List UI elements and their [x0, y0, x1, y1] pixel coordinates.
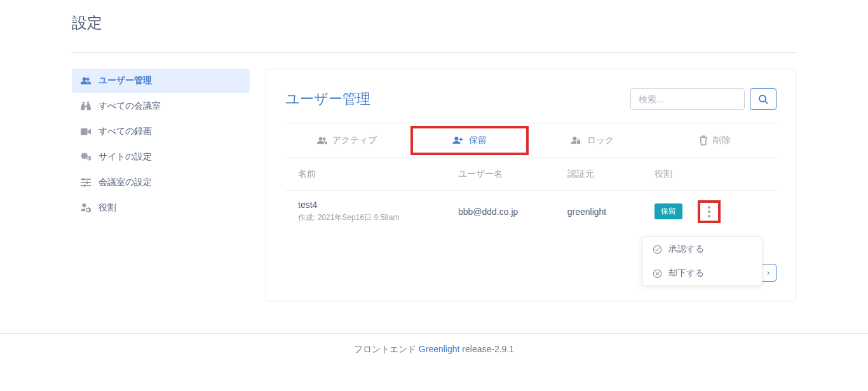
tab-label: ロック — [587, 135, 614, 146]
column-username: ユーザー名 — [458, 168, 567, 180]
user-username: bbb@ddd.co.jp — [458, 207, 567, 217]
section-title: ユーザー管理 — [285, 90, 370, 109]
role-badge: 保留 — [654, 203, 682, 219]
search-input[interactable] — [630, 88, 745, 110]
row-actions-menu: 承認する 却下する — [642, 237, 763, 286]
dropdown-item-label: 承認する — [668, 244, 704, 255]
user-lock-icon — [571, 136, 582, 145]
column-auth: 認証元 — [567, 168, 654, 180]
tab-lock[interactable]: ロック — [531, 123, 654, 158]
users-icon — [317, 136, 327, 145]
svg-point-0 — [759, 95, 766, 102]
cogs-icon — [81, 153, 98, 161]
page-title: 設定 — [72, 13, 796, 33]
x-circle-icon — [653, 269, 662, 278]
binoculars-icon — [81, 102, 98, 111]
sidebar-item-roles[interactable]: 役割 — [72, 196, 250, 220]
video-icon — [81, 128, 98, 135]
dropdown-reject[interactable]: 却下する — [642, 261, 762, 285]
footer-link[interactable]: Greenlight — [419, 344, 460, 354]
table-header: 名前 ユーザー名 認証元 役割 — [285, 158, 776, 190]
footer: フロントエンド Greenlight release-2.9.1 — [0, 333, 868, 366]
tab-active[interactable]: アクティブ — [285, 123, 408, 158]
search-icon — [758, 94, 768, 104]
sidebar-item-label: すべての会議室 — [98, 100, 161, 112]
sidebar-item-label: 会議室の設定 — [98, 177, 152, 188]
user-cog-icon — [81, 203, 98, 212]
column-role: 役割 — [654, 168, 764, 180]
sidebar-item-label: すべての録画 — [98, 126, 152, 137]
check-circle-icon — [653, 245, 662, 254]
user-name: test4 — [298, 200, 458, 210]
sidebar-item-users[interactable]: ユーザー管理 — [72, 69, 250, 93]
tab-delete[interactable]: 削除 — [654, 123, 776, 158]
dropdown-item-label: 却下する — [668, 268, 704, 279]
trash-icon — [699, 135, 708, 146]
users-icon — [81, 76, 98, 85]
user-created: 作成: 2021年Sep16日 9:58am — [298, 212, 458, 223]
user-plus-icon — [452, 136, 464, 145]
tabs: アクティブ 保留 ロック — [285, 123, 776, 158]
divider — [72, 52, 796, 53]
row-actions-button[interactable] — [702, 204, 717, 219]
sidebar-item-label: ユーザー管理 — [98, 75, 152, 86]
users-table: 名前 ユーザー名 認証元 役割 test4 作成: 2021年Sep16日 9:… — [285, 158, 776, 232]
table-row: test4 作成: 2021年Sep16日 9:58am bbb@ddd.co.… — [285, 190, 776, 232]
search-button[interactable] — [750, 88, 776, 110]
sliders-icon — [81, 178, 98, 187]
sidebar: ユーザー管理 すべての会議室 すべての録画 サイトの設定 — [72, 69, 250, 301]
sidebar-item-recordings[interactable]: すべての録画 — [72, 120, 250, 144]
user-auth: greenlight — [567, 207, 654, 217]
tab-pending[interactable]: 保留 — [408, 123, 531, 158]
card: ユーザー管理 アク — [266, 69, 796, 301]
column-name: 名前 — [298, 168, 458, 180]
sidebar-item-label: サイトの設定 — [98, 151, 152, 163]
sidebar-item-room-settings[interactable]: 会議室の設定 — [72, 170, 250, 195]
dropdown-approve[interactable]: 承認する — [642, 237, 762, 261]
sidebar-item-label: 役割 — [98, 202, 116, 214]
tab-label: アクティブ — [332, 135, 377, 146]
sidebar-item-rooms[interactable]: すべての会議室 — [72, 94, 250, 118]
tab-label: 保留 — [469, 135, 487, 146]
tab-label: 削除 — [713, 135, 731, 146]
sidebar-item-site-settings[interactable]: サイトの設定 — [72, 145, 250, 169]
